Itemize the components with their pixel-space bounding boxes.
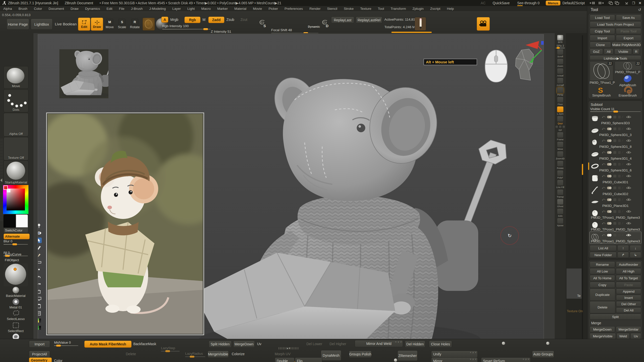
shelf-morph-uv-button[interactable]: Morph UV (275, 351, 291, 357)
subtool-row-pm3d-sphere3d1-8[interactable]: ⤺⁄PM3D_Sphere3D1_8 (590, 137, 641, 149)
tray-selectlasso-button[interactable]: SelectLasso (4, 309, 28, 321)
tool-all-to-target-button[interactable]: All To Target (616, 275, 641, 281)
shelf-floor-button[interactable]: Floor (555, 97, 565, 106)
menu-brush[interactable]: Brush (15, 7, 31, 11)
uv-icon[interactable] (613, 175, 616, 177)
texture-icon[interactable] (618, 210, 621, 213)
texture-icon[interactable] (618, 198, 621, 201)
tray-gradient[interactable]: Gradient (3, 185, 28, 214)
pin-icon[interactable] (38, 223, 42, 229)
subtool-row-pm3d-tpose1-pm3d-sphere3[interactable]: ⤺⁄PM3D_TPose1_PM3D_Sphere3 (590, 208, 641, 220)
shelf-actual-button[interactable]: Actual (555, 68, 565, 77)
shelf-flip-button[interactable]: Flip (295, 357, 322, 362)
brushmod-icon[interactable]: ⁄ (622, 198, 623, 201)
scrollbar-thumb[interactable] (582, 164, 583, 175)
menu-dynamics[interactable]: Dynamics (82, 7, 103, 11)
subtool-row-pm3d-tpose1-pm3d-sphere3[interactable]: ⤺⁄PM3D_TPose1_PM3D_Sphere3 (590, 232, 641, 244)
palette-icon[interactable] (38, 318, 42, 324)
tray-move[interactable]: Move (4, 66, 28, 89)
tool-merge-header[interactable]: Merge (590, 321, 601, 326)
draw-button[interactable]: Draw (91, 18, 103, 31)
menu-j-brush[interactable]: J-Brush (128, 7, 146, 11)
eye-icon[interactable] (626, 198, 631, 201)
flip-icon[interactable]: ⤺ (602, 162, 605, 166)
current-brush-thumbnail[interactable] (142, 18, 155, 31)
restore-icon[interactable]: ❐ (632, 1, 635, 5)
recent-tool-thumbnail[interactable]: 22 (615, 61, 641, 70)
subtool-row-pm3d-cube3d2[interactable]: ⤺⁄PM3D_Cube3D2 (590, 185, 641, 196)
tray-selectrect-button[interactable]: SelectRect (4, 322, 28, 333)
tray-dots[interactable]: Dots (4, 89, 28, 112)
texture-icon[interactable] (618, 163, 621, 166)
shelf-projectall-button[interactable]: ProjectAll (29, 351, 50, 358)
camera-icon-button[interactable] (477, 17, 490, 31)
eye-icon[interactable] (626, 174, 631, 178)
shelf-mirror-and-weld-button[interactable]: Mirror And Weldx y z (355, 340, 403, 347)
menu-layer[interactable]: Layer (169, 7, 184, 11)
shelf-double-button[interactable]: Double (275, 357, 295, 362)
tray-accucurve-button[interactable]: AccuCurve (4, 252, 29, 257)
shelf-persp-button[interactable]: Persp (555, 87, 565, 96)
zcut-button[interactable]: Zcut (240, 17, 247, 23)
shelf-resolution-128-toggle[interactable] (394, 358, 397, 362)
tray-metal-01-button[interactable]: Metal 01 (4, 298, 28, 309)
default-zscript-button[interactable]: DefaultZScript (562, 1, 585, 5)
eye-icon[interactable] (626, 222, 631, 225)
zadd-button[interactable]: Zadd (208, 17, 224, 23)
stroke-curve-icon[interactable]: S (258, 19, 266, 29)
shelf-ghost-button[interactable]: Ghost (555, 199, 565, 208)
shelf-zremesher-button[interactable]: ZRemesher (397, 350, 418, 361)
te-floating-panel[interactable]: Te (566, 268, 582, 299)
secondary-color-swatch[interactable] (16, 214, 28, 228)
shelf-lazyradius-slider[interactable]: LazyRadius (185, 352, 205, 357)
shelf-del-hidden-button[interactable]: Del Hidden (405, 341, 425, 348)
reference-image[interactable] (38, 99, 224, 335)
texture-icon[interactable] (618, 234, 621, 237)
model-thumbnail[interactable] (59, 49, 116, 98)
flip-icon[interactable]: ⤺ (602, 127, 605, 131)
polypaint-icon[interactable] (607, 187, 612, 189)
tool-all-high-button[interactable]: All High (616, 268, 641, 274)
shelf-polish-by-groups-toggle[interactable] (546, 341, 550, 345)
menu-stencil[interactable]: Stencil (324, 7, 341, 11)
menu-zscript[interactable]: Zscript (427, 7, 444, 11)
sdiv-stepper[interactable]: ▲▼ (278, 347, 299, 349)
shelf-polish-by-features-toggle[interactable] (502, 341, 505, 345)
move-button[interactable]: M Move (105, 19, 115, 29)
subtool-row-pm3d-sphere3d3[interactable]: ⤺⁄PM3D_Sphere3D3 (590, 114, 641, 125)
brushmod-icon[interactable]: ⁄ (622, 186, 623, 189)
focal-shift-slider[interactable]: Focal Shift 48 (271, 28, 318, 34)
edit-button[interactable]: Edit (78, 18, 90, 31)
tool-uv-button[interactable]: Uv (630, 333, 641, 339)
menu-texture[interactable]: Texture (357, 7, 375, 11)
monitor-icon[interactable] (38, 296, 42, 302)
flip-icon[interactable]: ⤺ (602, 186, 605, 190)
polypaint-icon[interactable] (607, 175, 612, 177)
texture-icon[interactable] (618, 127, 621, 130)
brushmod-icon[interactable]: ⁄ (622, 174, 623, 177)
shelf-dynamesh-button[interactable]: DynaMesh (321, 350, 341, 361)
visible-count-slider[interactable]: Visible Count 11 (590, 107, 641, 112)
menu-stroke[interactable]: Stroke (341, 7, 357, 11)
dynamic-toggle[interactable]: Dynamic (308, 25, 320, 28)
live-boolean-button[interactable]: Live Boolean (55, 19, 77, 29)
texture-icon[interactable] (618, 116, 621, 118)
rgb-button[interactable]: Rgb (184, 17, 200, 23)
shelf-auto-groups-button[interactable]: Auto Groups (532, 351, 554, 358)
active-tool-thumbnail[interactable]: 22 (590, 61, 613, 81)
shelf-spix-slider[interactable]: SPix 3 (555, 44, 565, 48)
polypaint-icon[interactable] (607, 127, 612, 130)
tool-export-button[interactable]: Export (616, 35, 641, 41)
tray-startupmaterial[interactable]: StartupMaterial (4, 160, 28, 185)
home-page-button[interactable]: Home Page (7, 19, 29, 30)
shelf-auto-mask-fibermesh-button[interactable]: Auto Mask FiberMesh (84, 341, 132, 348)
flip-icon[interactable]: ⤺ (602, 115, 605, 119)
cursor-icon[interactable] (38, 238, 42, 244)
brushmod-icon[interactable]: ⁄ (622, 234, 623, 237)
flip-icon[interactable]: ⤺ (602, 198, 605, 202)
replay-last-button[interactable]: ReplayLast (331, 17, 354, 23)
tool-del-other-button[interactable]: Del Other (616, 301, 641, 307)
rotate-button[interactable]: R Rotate (129, 19, 140, 29)
menu-edit[interactable]: Edit (103, 7, 115, 11)
undo-icon[interactable] (38, 274, 42, 280)
